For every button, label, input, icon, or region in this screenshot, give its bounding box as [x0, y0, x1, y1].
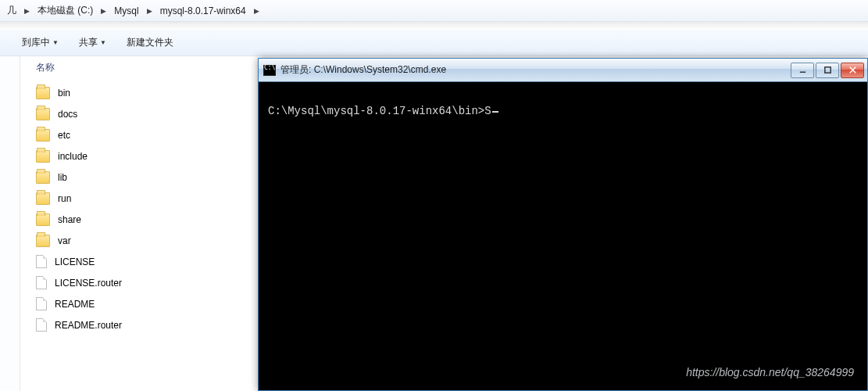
file-icon [36, 318, 47, 332]
toolbar-label: 到库中 [22, 36, 50, 49]
breadcrumb-item[interactable]: 本地磁盘 (C:) [33, 0, 98, 21]
file-name: run [58, 193, 71, 204]
file-name: LICENSE.router [55, 278, 122, 289]
chevron-right-icon[interactable]: ▶ [98, 7, 109, 15]
file-name: etc [58, 130, 70, 141]
file-icon [36, 276, 47, 289]
window-controls [791, 63, 864, 78]
file-name: README [55, 299, 95, 310]
cmd-title: 管理员: C:\Windows\System32\cmd.exe [280, 63, 786, 77]
file-name: docs [58, 109, 77, 120]
watermark: https://blog.csdn.net/qq_38264999 [686, 366, 854, 378]
folder-icon [36, 192, 50, 205]
file-name: lib [58, 172, 67, 183]
minimize-button[interactable] [791, 63, 814, 78]
cmd-output: C:\Mysql\mysql-8.0.17-winx64\bin>S [263, 86, 863, 137]
cmd-titlebar[interactable]: 管理员: C:\Windows\System32\cmd.exe [259, 59, 867, 82]
file-name: bin [58, 88, 70, 99]
toolbar-new-folder[interactable]: 新建文件夹 [122, 33, 178, 52]
chevron-right-icon[interactable]: ▶ [251, 7, 263, 15]
file-name: README.router [55, 320, 122, 331]
breadcrumb-partial[interactable]: 几 [2, 0, 21, 21]
navigation-pane[interactable] [0, 56, 20, 391]
cmd-app-icon [263, 65, 276, 76]
file-name: var [58, 235, 71, 246]
file-icon [36, 255, 47, 268]
toolbar: 到库中 ▼ 共享 ▼ 新建文件夹 [0, 30, 868, 56]
file-icon [36, 297, 47, 310]
cursor-icon [492, 111, 498, 113]
breadcrumb: 几 ▶ 本地磁盘 (C:) ▶ Mysql ▶ mysql-8.0.17-win… [0, 0, 868, 22]
file-name: LICENSE [55, 256, 95, 267]
toolbar-label: 共享 [79, 36, 98, 49]
folder-icon [36, 235, 50, 247]
toolbar-add-to-library[interactable]: 到库中 ▼ [17, 33, 63, 52]
breadcrumb-item[interactable]: Mysql [109, 0, 143, 21]
chevron-down-icon: ▼ [100, 39, 106, 46]
folder-icon [36, 87, 50, 99]
close-button[interactable] [841, 63, 864, 78]
cmd-prompt-line: C:\Mysql\mysql-8.0.17-winx64\bin>S [268, 105, 491, 117]
toolbar-share[interactable]: 共享 ▼ [74, 33, 111, 52]
file-name: share [58, 214, 81, 225]
breadcrumb-item[interactable]: mysql-8.0.17-winx64 [155, 0, 251, 21]
toolbar-label: 新建文件夹 [127, 36, 173, 49]
cmd-client-area[interactable]: C:\Mysql\mysql-8.0.17-winx64\bin>S [263, 86, 863, 386]
folder-icon [36, 171, 50, 184]
cmd-window[interactable]: 管理员: C:\Windows\System32\cmd.exe C:\Mysq… [258, 58, 868, 391]
folder-icon [36, 108, 50, 120]
svg-rect-1 [824, 67, 830, 73]
chevron-right-icon[interactable]: ▶ [21, 7, 33, 15]
file-name: include [58, 151, 88, 162]
chevron-right-icon[interactable]: ▶ [144, 7, 155, 15]
folder-icon [36, 213, 50, 226]
maximize-button[interactable] [816, 63, 839, 78]
folder-icon [36, 129, 50, 142]
chevron-down-icon: ▼ [52, 39, 59, 46]
folder-icon [36, 150, 50, 163]
